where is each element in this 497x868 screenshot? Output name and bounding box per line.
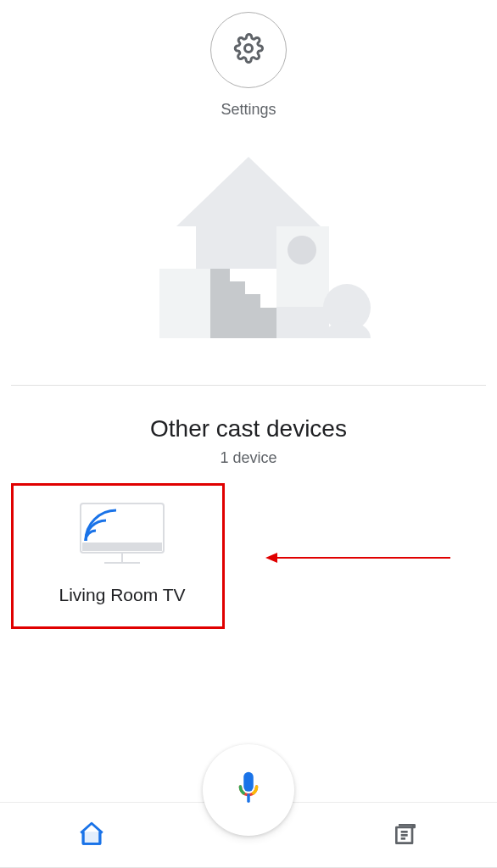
device-label: Living Room TV — [59, 585, 185, 605]
nav-feed-button[interactable] — [388, 819, 422, 853]
svg-rect-11 — [276, 307, 329, 338]
svg-rect-9 — [245, 294, 260, 308]
svg-marker-1 — [176, 157, 321, 226]
divider — [11, 385, 486, 386]
home-icon — [77, 820, 106, 852]
voice-assistant-button[interactable] — [203, 744, 294, 836]
svg-rect-14 — [82, 542, 162, 551]
svg-rect-7 — [215, 269, 230, 308]
svg-rect-10 — [159, 269, 210, 338]
svg-point-0 — [245, 45, 253, 53]
gear-icon — [233, 33, 264, 67]
section-subtitle: 1 device — [0, 449, 497, 467]
cast-tv-icon — [75, 500, 169, 570]
feed-icon — [392, 821, 419, 851]
settings-label: Settings — [221, 101, 276, 119]
device-card-living-room-tv[interactable]: Living Room TV — [17, 482, 227, 623]
section-title: Other cast devices — [0, 415, 497, 442]
settings-button[interactable] — [210, 12, 287, 88]
nav-home-button[interactable] — [75, 819, 109, 853]
home-illustration — [0, 157, 497, 338]
svg-point-4 — [288, 236, 316, 264]
microphone-icon — [229, 769, 268, 811]
svg-rect-8 — [230, 281, 245, 308]
